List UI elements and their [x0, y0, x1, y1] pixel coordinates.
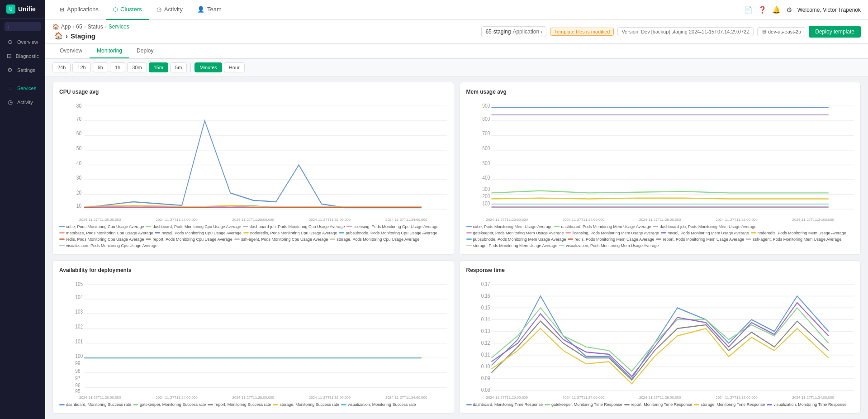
legend-item: visualization, Pods Monitoring Cpu Usage… — [59, 243, 157, 248]
breadcrumb: 🏠 App › 65 › Status › Services — [52, 24, 129, 30]
mem-chart-card: Mem usage avg 900 800 700 600 500 400 30… — [460, 82, 861, 255]
tab-monitoring[interactable]: Monitoring — [90, 44, 129, 58]
legend-item: gatekeeper, Monitoring Time Response — [545, 402, 622, 407]
svg-text:103: 103 — [75, 308, 83, 315]
breadcrumb-status[interactable]: Status — [88, 24, 103, 30]
legend-item: pubsubnode, Pods Monitoring Mem Usage Av… — [466, 237, 566, 242]
legend-item: visualization, Monitoring Success rate — [341, 402, 416, 407]
sidebar-nav: ⊙ Overview ⊡ Diagnostic ⚙ Settings ≡ Ser… — [0, 35, 45, 419]
time-btn-15m[interactable]: 15m — [149, 62, 168, 72]
svg-text:102: 102 — [75, 323, 83, 329]
legend-item: licensing, Pods Monitoring Mem Usage Ave… — [565, 231, 659, 235]
gear-icon[interactable]: ⚙ — [786, 6, 792, 14]
tab-team[interactable]: 👤 Team — [190, 0, 229, 20]
bell-icon[interactable]: 🔔 — [772, 6, 781, 14]
legend-item: dashboard, Monitoring Time Response — [466, 402, 543, 407]
availability-chart-title: Availability for deployments — [59, 267, 447, 273]
svg-text:700: 700 — [482, 130, 490, 137]
cpu-chart-title: CPU usage avg — [59, 89, 447, 95]
svg-text:0.09: 0.09 — [481, 374, 490, 381]
tab-overview[interactable]: Overview — [52, 44, 90, 58]
server-icon: 🖥 — [761, 29, 766, 34]
main-content: ⊞ Applications ⬡ Clusters ◷ Activity 👤 T… — [45, 0, 868, 419]
breadcrumb-65[interactable]: 65 — [76, 24, 82, 30]
cpu-chart-area: 80 70 60 50 40 30 20 10 — [59, 99, 447, 217]
legend-item: licensing, Pods Monitoring Cpu Usage Ave… — [346, 224, 438, 229]
legend-item: cube, Pods Monitoring Mem Usage Average — [466, 224, 553, 229]
breadcrumb-services: Services — [109, 24, 129, 30]
sidebar-item-services[interactable]: ≡ Services — [0, 81, 45, 95]
svg-text:800: 800 — [482, 115, 490, 122]
legend-item: report, Monitoring Success rate — [208, 402, 271, 407]
legend-item: visualization, Pods Monitoring Mem Usage… — [559, 243, 659, 248]
svg-text:900: 900 — [482, 102, 490, 109]
legend-item: storage, Pods Monitoring Cpu Usage Avera… — [330, 237, 419, 242]
svg-text:80: 80 — [76, 102, 82, 109]
breadcrumb-app[interactable]: App — [61, 24, 71, 30]
time-btn-30m[interactable]: 30m — [127, 62, 147, 72]
svg-text:100: 100 — [482, 200, 490, 207]
chevron-right-icon: › — [66, 32, 68, 40]
tab-activity[interactable]: ◷ Activity — [149, 0, 190, 20]
svg-text:30: 30 — [76, 174, 82, 181]
legend-item: report, Pods Monitoring Mem Usage Averag… — [656, 237, 744, 242]
env-selector[interactable]: 65-staging Application › — [481, 26, 546, 37]
svg-text:20: 20 — [76, 189, 82, 195]
sidebar-search-container — [0, 19, 45, 35]
home-icon: 🏠 — [54, 32, 63, 40]
sidebar-item-settings[interactable]: ⚙ Settings — [0, 63, 45, 77]
svg-text:97: 97 — [75, 374, 80, 381]
time-btn-5m[interactable]: 5m — [170, 62, 187, 72]
legend-item: storage, Monitoring Time Response — [694, 402, 765, 407]
svg-text:400: 400 — [482, 174, 490, 181]
env-type: Application › — [512, 29, 542, 35]
svg-text:0.13: 0.13 — [481, 327, 490, 334]
legend-item: visualization, Monitoring Time Response — [767, 402, 846, 407]
time-mode-hour[interactable]: Hour — [224, 62, 245, 72]
tab-applications[interactable]: ⊞ Applications — [52, 0, 106, 20]
tab-deploy[interactable]: Deploy — [129, 44, 161, 58]
svg-text:500: 500 — [482, 159, 490, 166]
time-btn-6h[interactable]: 6h — [93, 62, 108, 72]
svg-text:101: 101 — [75, 338, 83, 344]
overview-icon: ⊙ — [6, 38, 14, 45]
svg-text:0.15: 0.15 — [481, 304, 490, 310]
mem-chart-legend: cube, Pods Monitoring Mem Usage Average … — [466, 224, 854, 248]
legend-item: mysql, Pods Monitoring Mem Usage Average — [661, 231, 749, 235]
sidebar-item-overview[interactable]: ⊙ Overview — [0, 35, 45, 49]
time-btn-1h[interactable]: 1h — [110, 62, 125, 72]
availability-chart-area: 105 104 103 102 101 100 99 98 97 96 95 — [59, 277, 447, 395]
response-chart-svg: 0.17 0.16 0.15 0.14 0.13 0.12 0.11 0.10 … — [466, 277, 854, 395]
sidebar-item-activity[interactable]: ◷ Activity — [0, 95, 45, 109]
clusters-tab-icon: ⬡ — [113, 6, 118, 13]
time-btn-12h[interactable]: 12h — [72, 62, 90, 72]
response-chart-area: 0.17 0.16 0.15 0.14 0.13 0.12 0.11 0.10 … — [466, 277, 854, 395]
sidebar-item-diagnostic[interactable]: ⊡ Diagnostic — [0, 49, 45, 63]
time-mode-minutes[interactable]: Minutes — [194, 62, 222, 72]
breadcrumb-home-icon: 🏠 — [52, 24, 59, 30]
question-icon[interactable]: ❓ — [758, 6, 767, 14]
time-btn-24h[interactable]: 24h — [52, 62, 71, 72]
page-icon[interactable]: 📄 — [744, 6, 753, 14]
deploy-template-button[interactable]: Deploy template — [809, 26, 861, 38]
legend-item: dashboard-job, Pods Monitoring Cpu Usage… — [243, 224, 345, 229]
mem-chart-svg: 900 800 700 600 500 400 300 200 100 — [466, 99, 854, 217]
svg-text:0.08: 0.08 — [481, 386, 490, 393]
search-input[interactable] — [5, 22, 41, 31]
svg-text:0.11: 0.11 — [481, 351, 490, 357]
svg-text:105: 105 — [75, 280, 83, 287]
app-logo-icon: U — [6, 5, 15, 14]
legend-item: redis, Pods Monitoring Cpu Usage Average — [59, 237, 144, 242]
legend-item: pubsubnode, Pods Monitoring Cpu Usage Av… — [339, 231, 437, 235]
page-title: Staging — [71, 32, 95, 40]
applications-tab-label: Applications — [67, 6, 99, 13]
legend-item: cube, Pods Monitoring Cpu Usage Average — [59, 224, 144, 229]
tab-clusters[interactable]: ⬡ Clusters — [106, 0, 149, 20]
settings-icon: ⚙ — [6, 67, 14, 73]
legend-item: noderedis, Pods Monitoring Cpu Usage Ave… — [243, 231, 337, 235]
mem-xaxis: 2024-11-27T11:20:00.000 2024-11-27T11:24… — [466, 218, 854, 222]
team-tab-icon: 👤 — [197, 6, 204, 13]
mem-chart-area: 900 800 700 600 500 400 300 200 100 — [466, 99, 854, 217]
template-warning-badge: Template files is modified — [550, 28, 614, 36]
availability-chart-svg: 105 104 103 102 101 100 99 98 97 96 95 — [59, 277, 447, 395]
